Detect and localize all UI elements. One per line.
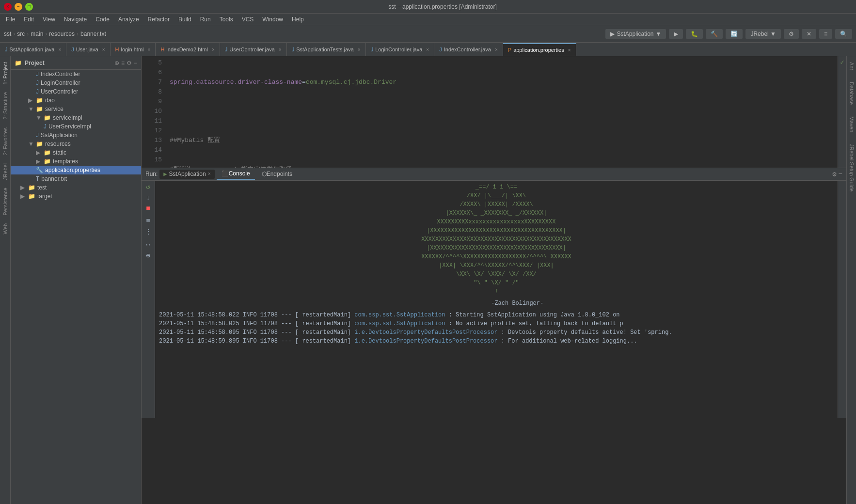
menu-refactor[interactable]: Refactor: [144, 15, 174, 24]
right-panel-maven[interactable]: Maven: [849, 112, 855, 136]
tab-close-ssttests[interactable]: ×: [358, 47, 361, 52]
tab-close-user[interactable]: ×: [102, 47, 105, 52]
panel-project[interactable]: 1: Project: [2, 58, 8, 88]
tab-appproperties[interactable]: P application.properties ×: [503, 43, 576, 56]
console-unfoldall-icon[interactable]: ⋮: [145, 228, 152, 236]
breadcrumb-file[interactable]: banner.txt: [80, 31, 106, 37]
tree-item-static[interactable]: ▶ 📁 static: [11, 148, 141, 157]
tab-close-login[interactable]: ×: [148, 47, 151, 52]
debug-button[interactable]: 🐛: [686, 29, 703, 39]
console-down-icon[interactable]: ↓: [146, 194, 150, 202]
tree-item-appproperties[interactable]: 🔧 application.properties: [11, 166, 141, 174]
run-console-tab[interactable]: ⬛ Console: [217, 168, 255, 180]
settings-button[interactable]: ⚙: [784, 29, 799, 39]
close-button[interactable]: ×: [4, 3, 12, 11]
tab-login[interactable]: H login.html ×: [111, 43, 156, 56]
tree-item-sstapplication[interactable]: J SstApplication: [11, 131, 141, 140]
tab-close-indexcontroller[interactable]: ×: [495, 47, 498, 52]
menu-tools[interactable]: Tools: [216, 15, 237, 24]
menu-code[interactable]: Code: [92, 15, 113, 24]
right-panel-ant[interactable]: Ant: [849, 58, 855, 74]
menu-vcs[interactable]: VCS: [238, 15, 258, 24]
run-settings-icon[interactable]: ⚙: [832, 170, 836, 178]
breadcrumb-resources[interactable]: resources: [49, 31, 75, 37]
tab-close-sstapplication[interactable]: ×: [58, 47, 61, 52]
tab-usercontroller[interactable]: J UserController.java ×: [220, 43, 287, 56]
console-foldall-icon[interactable]: ≡: [146, 217, 150, 225]
menu-build[interactable]: Build: [174, 15, 195, 24]
code-editor: 5 6 7 8 9 10 11 12 13 14 15 spring.datas…: [142, 56, 846, 168]
panel-structure[interactable]: 2: Structure: [2, 88, 8, 124]
tree-item-dao[interactable]: ▶ 📁 dao: [11, 96, 141, 105]
panel-favorites[interactable]: 2: Favorites: [2, 124, 8, 159]
tree-item-templates[interactable]: ▶ 📁 templates: [11, 157, 141, 166]
run-endpoints-tab[interactable]: ⬡ Endpoints: [257, 168, 297, 180]
maximize-button[interactable]: □: [25, 3, 33, 11]
tree-label-static: static: [53, 149, 139, 156]
console-extra-icon[interactable]: ⊕: [146, 252, 150, 260]
minimize-button[interactable]: −: [15, 3, 22, 11]
tree-item-bannertxt[interactable]: T banner.txt: [11, 174, 141, 183]
tab-logincontroller[interactable]: J LoginController.java ×: [366, 43, 435, 56]
tab-close-logincontroller[interactable]: ×: [426, 47, 429, 52]
tab-indexdemo[interactable]: H indexDemo2.html ×: [156, 43, 220, 56]
tree-item-resources[interactable]: ▼ 📁 resources: [11, 140, 141, 148]
breadcrumb-sst[interactable]: sst: [4, 31, 11, 37]
run-console-label: Console: [229, 170, 250, 177]
tree-item-logincontroller[interactable]: J LoginController: [11, 79, 141, 87]
tree-item-userserviceimpl[interactable]: J UserServiceImpl: [11, 122, 141, 131]
run-button[interactable]: ▶: [669, 29, 683, 39]
sidebar-locate-icon[interactable]: ⊕: [114, 60, 119, 66]
run-minimize-icon[interactable]: −: [839, 170, 842, 178]
tree-item-serviceimpl[interactable]: ▼ 📁 serviceImpl: [11, 113, 141, 122]
sync-button[interactable]: 🔄: [726, 29, 743, 39]
tab-indexcontroller[interactable]: J IndexController.java ×: [434, 43, 503, 56]
breadcrumb-main[interactable]: main: [31, 31, 43, 37]
java-file-icon: J: [36, 79, 39, 86]
tab-close-usercontroller[interactable]: ×: [279, 47, 282, 52]
console-icon: ⬛: [222, 170, 229, 177]
console-output[interactable]: _==/ i i \== /XX/ |\___/| \XX\ /XXXX\ |X…: [155, 181, 838, 418]
tree-item-usercontroller[interactable]: J UserController: [11, 87, 141, 96]
breadcrumb-src[interactable]: src: [17, 31, 25, 37]
panel-persistence[interactable]: Persistence: [2, 184, 8, 219]
console-stop-icon[interactable]: ■: [146, 205, 150, 212]
tree-label-resources: resources: [45, 141, 139, 147]
tree-item-target[interactable]: ▶ 📁 target: [11, 192, 141, 201]
tab-sstapplication[interactable]: J SstApplication.java ×: [0, 43, 66, 56]
panel-web[interactable]: Web: [2, 220, 8, 238]
tab-close-appproperties[interactable]: ×: [568, 47, 571, 53]
run-app-tab[interactable]: ▶ SstApplication ×: [159, 170, 214, 179]
tab-user[interactable]: J User.java ×: [66, 43, 110, 56]
console-restart-icon[interactable]: ↺: [146, 183, 150, 191]
tree-item-test[interactable]: ▶ 📁 test: [11, 183, 141, 192]
sidebar-settings-icon[interactable]: ⚙: [127, 60, 132, 66]
menu-view[interactable]: View: [39, 15, 59, 24]
tab-ssttests[interactable]: J SstApplicationTests.java ×: [287, 43, 366, 56]
sidebar-minimize-icon[interactable]: −: [134, 60, 137, 66]
menu-navigate[interactable]: Navigate: [60, 15, 91, 24]
tree-label-test: test: [37, 184, 139, 191]
right-panel-database[interactable]: Database: [849, 78, 855, 109]
layout-button[interactable]: ≡: [819, 29, 832, 39]
run-tab-close-icon[interactable]: ×: [208, 172, 211, 177]
search-button[interactable]: 🔍: [835, 29, 852, 39]
menu-file[interactable]: File: [2, 15, 19, 24]
run-config-button[interactable]: ▶ SstApplication ▼: [605, 29, 666, 39]
console-softref-icon[interactable]: ↔: [146, 241, 150, 249]
right-panel-jrebel-setup[interactable]: JRebel Setup Guide: [849, 140, 855, 195]
menu-help[interactable]: Help: [288, 15, 308, 24]
menu-analyze[interactable]: Analyze: [114, 15, 143, 24]
jrebel-button[interactable]: JRebel ▼: [745, 29, 781, 39]
tree-item-service[interactable]: ▼ 📁 service: [11, 105, 141, 113]
tab-close-indexdemo[interactable]: ×: [212, 47, 215, 52]
menu-window[interactable]: Window: [258, 15, 287, 24]
code-content[interactable]: spring.datasource.driver-class-name=com.…: [166, 56, 838, 168]
tree-item-indexcontroller[interactable]: J IndexController: [11, 70, 141, 79]
build-button[interactable]: 🔨: [706, 29, 723, 39]
close-run-button[interactable]: ✕: [802, 29, 816, 39]
menu-edit[interactable]: Edit: [20, 15, 38, 24]
panel-jrebel[interactable]: JRebel: [2, 159, 8, 184]
sidebar-expand-icon[interactable]: ≡: [121, 60, 125, 66]
menu-run[interactable]: Run: [196, 15, 215, 24]
